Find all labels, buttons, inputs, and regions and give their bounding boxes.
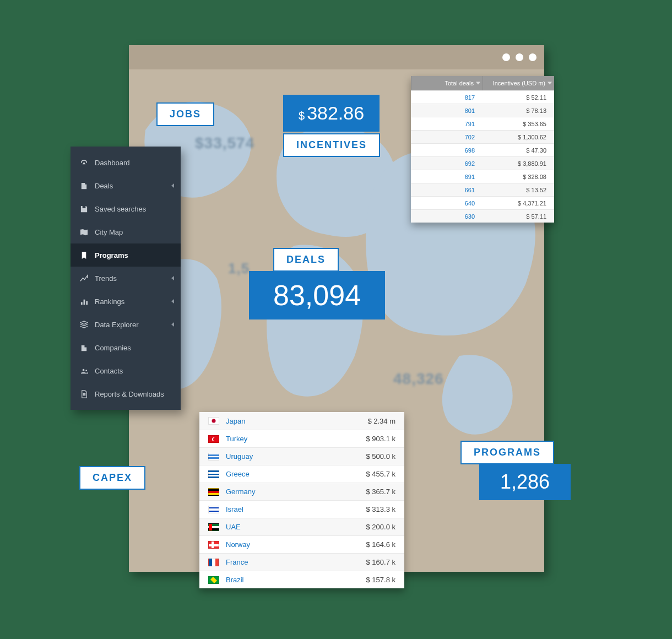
table-row[interactable]: Turkey$ 903.1 k [199, 430, 404, 447]
cell-country: UAE [226, 523, 366, 531]
cell-incentives: $ 57.11 [483, 213, 554, 220]
cell-total-deals: 801 [411, 107, 483, 114]
flag-uy-icon [208, 453, 219, 461]
cell-country: France [226, 558, 366, 566]
report-icon [79, 389, 88, 398]
trends-icon [79, 274, 88, 283]
map-icon [79, 228, 88, 236]
company-icon [79, 343, 88, 352]
table-row[interactable]: Uruguay$ 500.0 k [199, 447, 404, 465]
table-row[interactable]: Japan$ 2.34 m [199, 412, 404, 430]
sidebar-item-trends[interactable]: Trends [71, 267, 181, 290]
table-row[interactable]: Greece$ 455.7 k [199, 465, 404, 483]
table-row[interactable]: 640$ 4,371.21 [411, 196, 554, 209]
country-incentives-table: Japan$ 2.34 mTurkey$ 903.1 kUruguay$ 500… [199, 412, 404, 588]
column-label: Total deals [445, 80, 474, 86]
window-control-dot[interactable] [502, 53, 510, 61]
rankings-icon [79, 297, 88, 306]
sidebar-item-rankings[interactable]: Rankings [71, 290, 181, 313]
cell-country: Germany [226, 488, 366, 496]
cell-amount: $ 313.3 k [366, 505, 396, 513]
cell-incentives: $ 3,880.91 [483, 160, 554, 167]
cell-incentives: $ 78.13 [483, 107, 554, 114]
flag-il-icon [208, 506, 219, 513]
window-control-dot[interactable] [516, 53, 523, 61]
sidebar-item-companies[interactable]: Companies [71, 336, 181, 359]
flag-tr-icon [208, 435, 219, 443]
column-incentives[interactable]: Incentives (USD m) [483, 76, 554, 90]
table-row[interactable]: 691$ 328.08 [411, 170, 554, 183]
table-row[interactable]: 692$ 3,880.91 [411, 156, 554, 170]
sidebar-item-reports-downloads[interactable]: Reports & Downloads [71, 382, 181, 405]
sidebar-nav: DashboardDealsSaved searchesCity MapProg… [71, 147, 181, 410]
window-titlebar [129, 45, 544, 69]
sidebar-item-city-map[interactable]: City Map [71, 220, 181, 243]
table-row[interactable]: Brazil$ 157.8 k [199, 571, 404, 588]
cell-country: Japan [226, 417, 367, 425]
cell-incentives: $ 328.08 [483, 174, 554, 180]
window-control-dot[interactable] [529, 53, 536, 61]
cell-amount: $ 903.1 k [366, 435, 396, 443]
flag-ae-icon [208, 523, 219, 531]
cell-total-deals: 702 [411, 134, 483, 140]
layers-icon [79, 320, 88, 329]
cell-total-deals: 691 [411, 174, 483, 180]
sidebar-item-deals[interactable]: Deals [71, 174, 181, 197]
map-figure: 48,326 [393, 370, 444, 388]
sidebar-item-label: Deals [95, 182, 113, 190]
cell-amount: $ 164.6 k [366, 540, 396, 549]
map-figure: $33,574 [195, 134, 254, 152]
table-row[interactable]: 630$ 57.11 [411, 209, 554, 223]
table-row[interactable]: France$ 160.7 k [199, 553, 404, 571]
deals-icon [79, 181, 88, 190]
programs-label: PROGRAMS [460, 441, 554, 464]
contacts-icon [79, 366, 88, 375]
table-row[interactable]: 791$ 353.65 [411, 117, 554, 130]
sidebar-item-programs[interactable]: Programs [71, 243, 181, 267]
map-figure: 1,5 [228, 260, 250, 277]
capex-label: CAPEX [79, 466, 145, 490]
currency-symbol: $ [299, 110, 305, 122]
column-label: Incentives (USD m) [493, 80, 545, 86]
cell-country: Turkey [226, 435, 366, 443]
cell-incentives: $ 1,300.62 [483, 134, 554, 140]
sidebar-item-label: Saved searches [95, 205, 146, 213]
sidebar-item-dashboard[interactable]: Dashboard [71, 151, 181, 174]
flag-fr-icon [208, 559, 219, 566]
table-row[interactable]: 698$ 47.30 [411, 143, 554, 156]
table-row[interactable]: Norway$ 164.6 k [199, 535, 404, 553]
column-total-deals[interactable]: Total deals [411, 76, 483, 90]
flag-de-icon [208, 488, 219, 496]
deals-value: 83,094 [249, 271, 385, 320]
table-row[interactable]: 661$ 13.52 [411, 183, 554, 196]
table-row[interactable]: 801$ 78.13 [411, 104, 554, 117]
table-header: Total deals Incentives (USD m) [411, 76, 554, 90]
incentives-amount: 382.86 [307, 102, 364, 124]
cell-amount: $ 500.0 k [366, 452, 396, 461]
incentives-label: INCENTIVES [283, 133, 380, 157]
bookmark-icon [79, 251, 88, 259]
flag-no-icon [208, 541, 219, 549]
deals-incentives-table: Total deals Incentives (USD m) 817$ 52.1… [411, 76, 554, 223]
dashboard-icon [79, 158, 88, 167]
cell-country: Norway [226, 540, 366, 549]
sidebar-item-data-explorer[interactable]: Data Explorer [71, 313, 181, 336]
cell-amount: $ 200.0 k [366, 523, 396, 531]
sidebar-item-label: Rankings [95, 297, 124, 306]
table-row[interactable]: Germany$ 365.7 k [199, 483, 404, 500]
cell-total-deals: 630 [411, 213, 483, 220]
cell-amount: $ 455.7 k [366, 470, 396, 478]
sidebar-item-label: Programs [95, 251, 128, 259]
sort-desc-icon[interactable] [476, 82, 480, 85]
table-row[interactable]: 817$ 52.11 [411, 90, 554, 104]
table-row[interactable]: UAE$ 200.0 k [199, 518, 404, 535]
cell-incentives: $ 47.30 [483, 147, 554, 154]
sidebar-item-label: Contacts [95, 367, 123, 375]
sidebar-item-label: Reports & Downloads [95, 390, 164, 398]
table-row[interactable]: 702$ 1,300.62 [411, 130, 554, 143]
sidebar-item-saved-searches[interactable]: Saved searches [71, 197, 181, 220]
table-row[interactable]: Israel$ 313.3 k [199, 500, 404, 518]
save-icon [79, 204, 88, 213]
sort-desc-icon[interactable] [548, 82, 552, 85]
sidebar-item-contacts[interactable]: Contacts [71, 359, 181, 382]
